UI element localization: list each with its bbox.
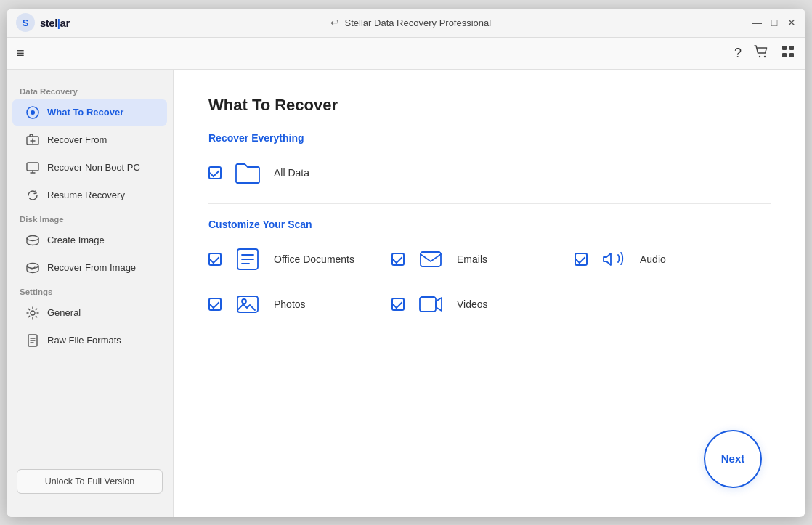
main-layout: Data Recovery What To Recover (7, 70, 805, 517)
grid-button[interactable] (781, 44, 795, 62)
sidebar-label-recover-from: Recover From (47, 134, 107, 145)
title-bar-center: ↩ Stellar Data Recovery Professional (70, 17, 752, 28)
all-data-checkbox[interactable] (208, 166, 222, 179)
sidebar: Data Recovery What To Recover (7, 70, 174, 517)
svg-text:S: S (23, 17, 29, 28)
sidebar-item-recover-from-image[interactable]: Recover From Image (12, 255, 167, 281)
svg-rect-6 (782, 53, 787, 57)
photos-option: Photos (208, 288, 368, 320)
content-area: What To Recover Recover Everything All D… (174, 70, 805, 517)
section-settings-label: Settings (7, 282, 173, 299)
help-button[interactable]: ? (734, 46, 742, 61)
logo-icon: S (15, 12, 36, 33)
svg-point-13 (27, 263, 38, 268)
svg-point-19 (242, 299, 246, 304)
main-window: S stel|ar ↩ Stellar Data Recovery Profes… (7, 9, 805, 517)
recover-non-boot-pc-icon (25, 160, 40, 175)
emails-icon (415, 243, 447, 275)
sidebar-item-raw-file-formats[interactable]: Raw File Formats (12, 327, 167, 354)
resume-recovery-icon (25, 188, 40, 203)
sidebar-label-general: General (47, 307, 81, 318)
divider (208, 203, 771, 204)
audio-checkbox[interactable] (575, 253, 588, 266)
svg-rect-7 (789, 53, 794, 57)
svg-rect-5 (789, 46, 794, 50)
raw-file-formats-icon (25, 333, 40, 348)
minimize-button[interactable]: — (752, 17, 762, 28)
office-documents-option: Office Documents (208, 243, 368, 275)
cart-icon (753, 44, 769, 60)
maximize-button[interactable]: □ (769, 17, 779, 28)
recover-from-icon (25, 133, 40, 147)
sidebar-label-what-to-recover: What To Recover (47, 107, 123, 118)
svg-rect-17 (421, 252, 441, 266)
create-image-icon (25, 233, 40, 248)
sidebar-item-resume-recovery[interactable]: Resume Recovery (12, 182, 167, 208)
videos-checkbox[interactable] (391, 298, 405, 311)
sidebar-label-recover-non-boot-pc: Recover Non Boot PC (47, 162, 140, 173)
videos-icon (415, 288, 447, 320)
logo-text: stel|ar (40, 17, 70, 29)
svg-rect-20 (420, 297, 436, 312)
audio-option: Audio (575, 243, 734, 275)
audio-label: Audio (640, 253, 666, 265)
cart-button[interactable] (753, 44, 769, 63)
what-to-recover-icon (25, 105, 40, 120)
office-documents-label: Office Documents (274, 253, 354, 265)
svg-point-3 (764, 55, 766, 57)
grid-icon (781, 44, 795, 59)
videos-option: Videos (391, 288, 551, 320)
section-data-recovery-label: Data Recovery (7, 81, 173, 99)
sidebar-label-resume-recovery: Resume Recovery (47, 190, 125, 200)
menu-button[interactable]: ≡ (17, 46, 25, 61)
customize-scan-label: Customize Your Scan (208, 219, 771, 230)
back-icon: ↩ (330, 17, 339, 28)
general-icon (25, 306, 40, 320)
customize-options-grid: Office Documents Emails (208, 243, 771, 320)
title-bar: S stel|ar ↩ Stellar Data Recovery Profes… (7, 9, 805, 38)
sidebar-item-recover-non-boot-pc[interactable]: Recover Non Boot PC (12, 155, 167, 181)
videos-label: Videos (457, 298, 488, 310)
sidebar-item-what-to-recover[interactable]: What To Recover (12, 99, 167, 126)
sidebar-label-recover-from-image: Recover From Image (47, 262, 136, 273)
svg-point-12 (27, 235, 38, 240)
all-data-option: All Data (208, 157, 771, 189)
photos-icon (232, 288, 264, 320)
window-controls: — □ ✕ (752, 17, 797, 28)
next-button[interactable]: Next (704, 430, 762, 488)
photos-checkbox[interactable] (208, 298, 222, 311)
emails-option: Emails (391, 243, 551, 275)
sidebar-label-create-image: Create Image (47, 235, 105, 245)
toolbar: ≡ ? (7, 38, 805, 70)
recover-everything-label: Recover Everything (208, 132, 771, 144)
sidebar-item-recover-from[interactable]: Recover From (12, 127, 167, 153)
office-documents-icon (232, 243, 264, 275)
next-btn-container: Next (704, 430, 762, 488)
window-title: Stellar Data Recovery Professional (345, 17, 492, 28)
page-title: What To Recover (208, 96, 771, 115)
all-data-label: All Data (274, 167, 309, 179)
unlock-button[interactable]: Unlock To Full Version (17, 469, 163, 494)
office-documents-checkbox[interactable] (208, 253, 222, 266)
photos-label: Photos (274, 298, 306, 310)
emails-checkbox[interactable] (391, 253, 405, 266)
section-disk-image-label: Disk Image (7, 209, 173, 227)
recover-from-image-icon (25, 261, 40, 275)
logo: S stel|ar (15, 12, 70, 33)
sidebar-item-create-image[interactable]: Create Image (12, 227, 167, 253)
audio-icon (598, 243, 630, 275)
svg-rect-11 (27, 163, 38, 171)
all-data-icon (232, 157, 264, 189)
close-button[interactable]: ✕ (787, 17, 797, 28)
emails-label: Emails (457, 253, 487, 265)
svg-point-9 (31, 110, 35, 115)
svg-point-14 (31, 311, 35, 315)
toolbar-right: ? (734, 44, 795, 63)
sidebar-item-general[interactable]: General (12, 300, 167, 326)
sidebar-label-raw-file-formats: Raw File Formats (47, 335, 121, 346)
svg-point-2 (759, 55, 760, 57)
svg-rect-4 (782, 46, 787, 50)
